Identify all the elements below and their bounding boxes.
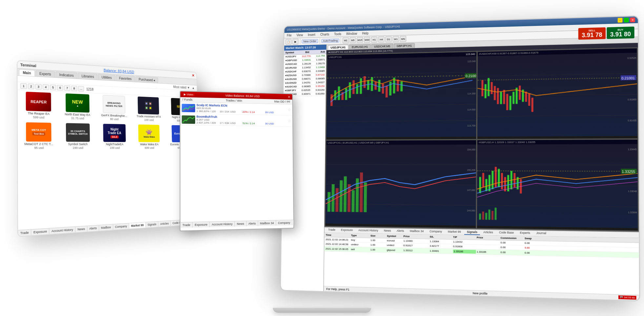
chart-panel-bottom-right[interactable]: #GBPUSD,H 1.32009 1.33037 1.33040 1.3305… bbox=[477, 139, 638, 231]
page-6[interactable]: 6 bbox=[57, 85, 63, 90]
page-8[interactable]: 8 bbox=[71, 86, 77, 91]
page-2[interactable]: 2 bbox=[28, 84, 34, 89]
tab-trade-bottom[interactable]: Trade bbox=[18, 229, 31, 236]
signal-row-2[interactable]: BoomBuhTruh 8 257 USD 2 637,10% / 209 17… bbox=[180, 114, 292, 127]
page-3[interactable]: 3 bbox=[35, 84, 42, 90]
svg-rect-71 bbox=[495, 167, 497, 187]
tab-news[interactable]: News bbox=[75, 226, 87, 232]
chart-tab-gbpjpy[interactable]: GBPJPY,H1 bbox=[394, 43, 415, 48]
toolbar-btn-1[interactable]: M1 bbox=[343, 37, 349, 43]
toolbar-btn-3[interactable]: M15 bbox=[357, 37, 363, 43]
product-gerfx[interactable]: BREAKING NEWS FILTER GerFX BreakingNe...… bbox=[96, 95, 131, 121]
page-7[interactable]: 7 bbox=[64, 85, 70, 91]
term-tab-exposure[interactable]: Exposure bbox=[338, 227, 355, 233]
toolbar-btn-9[interactable]: MN bbox=[400, 36, 406, 42]
star-icon-1[interactable]: ☆ bbox=[288, 108, 291, 112]
tab-utilities[interactable]: Utilities bbox=[98, 74, 115, 81]
chart-panel-bottom-left[interactable]: USDJPY,H1 | EURUSD,H1 | USDCHF,M5 | GBPJ… bbox=[325, 140, 476, 228]
term-tab-articles[interactable]: Articles bbox=[481, 230, 496, 235]
sig-tab-exposure[interactable]: Exposure bbox=[193, 222, 210, 228]
page-ellipsis[interactable]: ... bbox=[78, 86, 84, 91]
product-trade-assistant[interactable]: ▣ ▣ ▣ ▣ Trade Assistant MT4 100 usd bbox=[132, 96, 165, 122]
close-btn[interactable]: ✕ bbox=[192, 73, 194, 77]
page-4[interactable]: 4 bbox=[43, 84, 49, 90]
sig-tab-account[interactable]: Account History bbox=[210, 221, 235, 227]
signals-close[interactable]: ✕ bbox=[288, 95, 291, 98]
minimize-button[interactable]: − bbox=[618, 18, 623, 23]
chart-panel-top-right[interactable]: #USDCHF,H30 0.91367-0.91867-0.91860-0.91… bbox=[477, 48, 638, 139]
chart-tab-usdchf[interactable]: USDCHF,M5 bbox=[371, 44, 393, 49]
maximize-button[interactable]: □ bbox=[624, 18, 629, 23]
product-metacot[interactable]: META COT Tool Box MetaCOT 2 CTC T... 95 … bbox=[19, 122, 58, 149]
tab-signals[interactable]: Signals bbox=[146, 222, 158, 227]
term-tab-company[interactable]: Company bbox=[427, 229, 445, 234]
tab-main[interactable]: Main bbox=[19, 69, 35, 76]
term-tab-journal[interactable]: Journal bbox=[533, 230, 549, 236]
menu-charts[interactable]: Charts bbox=[320, 32, 330, 36]
product-northeast[interactable]: NEW ▲ North East Way EA 31.75 usd bbox=[59, 93, 96, 120]
toolbar-btn-6[interactable]: H4 bbox=[378, 36, 385, 42]
product-reaper[interactable]: REAPER The Reaper EA 599 usd bbox=[19, 91, 58, 120]
sort-label[interactable]: Most rated ▼ bbox=[173, 85, 190, 89]
tab-articles[interactable]: Articles bbox=[158, 221, 171, 227]
tab-libraries[interactable]: Libraries bbox=[78, 73, 98, 80]
menu-help[interactable]: Help bbox=[361, 31, 369, 35]
menu-insert[interactable]: Insert bbox=[307, 33, 316, 37]
signal-row-1[interactable]: Scalp IC Markets ECN 665.50 EUR 1 360,82… bbox=[180, 102, 292, 115]
product-nighttrade[interactable]: NightTrade EA SALE NightTradeEA 199 usd bbox=[97, 124, 132, 149]
term-tab-mailbox[interactable]: Mailbox 34 bbox=[407, 229, 426, 234]
metacot-name: MetaCOT 2 CTC T... bbox=[24, 142, 53, 146]
buy-sell-overlay: SELL 3.91 78 BUY 3.91 80 bbox=[578, 27, 634, 40]
term-tab-code-base[interactable]: Code Base bbox=[496, 230, 517, 236]
chart-bg-bottom-right: 1.33445 1.33252 1.33048 1.32904 bbox=[477, 144, 638, 228]
menu-window[interactable]: Window bbox=[346, 31, 358, 36]
tab-exposure-bottom[interactable]: Exposure bbox=[31, 228, 49, 235]
tab-market99[interactable]: Market 99 bbox=[129, 222, 146, 228]
balance-link[interactable]: Balance: 83,84 USD bbox=[104, 68, 134, 74]
scroll-up-btn[interactable]: ▲ bbox=[192, 86, 194, 90]
term-tab-news[interactable]: News bbox=[381, 228, 393, 233]
tab-company[interactable]: Company bbox=[113, 223, 129, 229]
product-symbol-switch[interactable]: 30 CHARTSSYMBOL SWITCH Symbol Switch 199… bbox=[59, 123, 96, 149]
menu-view[interactable]: View bbox=[296, 33, 304, 37]
tab-experts[interactable]: Experts bbox=[35, 70, 55, 77]
toolbar-autotrading-label[interactable]: AutoTrading bbox=[321, 39, 339, 43]
sig-tab-mailbox[interactable]: Mailbox 34 bbox=[258, 220, 276, 226]
tab-account-history[interactable]: Account History bbox=[50, 227, 76, 234]
chart-tab-usdjpy[interactable]: USDJPY,H1 bbox=[328, 45, 349, 50]
toolbar-btn-7[interactable]: D1 bbox=[386, 36, 392, 42]
menu-tools[interactable]: Tools bbox=[333, 32, 342, 36]
sell-button[interactable]: SELL 3.91 78 bbox=[578, 27, 606, 40]
toolbar-btn-2[interactable]: M5 bbox=[350, 37, 356, 43]
product-waka[interactable]: 👾 Waka Waka Waka Waka EA 699 usd bbox=[132, 124, 166, 149]
star-icon-2[interactable]: ☆ bbox=[288, 119, 291, 123]
term-tab-experts[interactable]: Experts bbox=[517, 230, 533, 236]
buy-button[interactable]: BUY 3.91 80 bbox=[607, 27, 634, 39]
tab-mailbox[interactable]: Mailbox bbox=[99, 224, 113, 230]
close-button[interactable]: ✕ bbox=[630, 17, 635, 22]
tab-favorites[interactable]: Favorites bbox=[116, 75, 135, 82]
toolbar-btn-8[interactable]: W1 bbox=[393, 36, 399, 42]
sig-tab-news[interactable]: News bbox=[235, 221, 246, 227]
term-tab-market99[interactable]: Market 99 bbox=[445, 229, 464, 235]
sig-tab-market99[interactable]: Market 99 bbox=[292, 220, 293, 225]
tab-alerts[interactable]: Alerts bbox=[87, 225, 99, 231]
term-tab-signals[interactable]: Signals bbox=[464, 229, 480, 235]
toolbar-btn-5[interactable]: H1 bbox=[371, 37, 377, 43]
chart-panel-usdjpy[interactable]: USDJPY,H1 115.040 115.040 114.700 114.35… bbox=[326, 51, 477, 140]
toolbar-autotrading[interactable]: ▶ bbox=[292, 39, 299, 45]
tab-indicators[interactable]: Indicators bbox=[55, 71, 77, 79]
menu-file[interactable]: File bbox=[286, 33, 292, 38]
term-tab-account[interactable]: Account History bbox=[356, 228, 381, 233]
term-tab-alerts[interactable]: Alerts bbox=[394, 228, 407, 234]
term-tab-trade[interactable]: Trade bbox=[326, 227, 338, 233]
toolbar-new-order[interactable]: 📋 bbox=[286, 39, 292, 45]
chart-tab-eurusd[interactable]: EURUSD,H1 bbox=[349, 44, 371, 49]
sig-tab-company[interactable]: Company bbox=[276, 220, 292, 226]
sig-tab-trade[interactable]: Trade bbox=[180, 222, 192, 228]
page-1[interactable]: 1 bbox=[20, 83, 27, 89]
page-5[interactable]: 5 bbox=[50, 85, 56, 90]
sig-tab-alerts[interactable]: Alerts bbox=[246, 221, 258, 227]
toolbar-btn-4[interactable]: M30 bbox=[364, 37, 370, 43]
toolbar-new-order-label[interactable]: New Order bbox=[302, 39, 318, 43]
